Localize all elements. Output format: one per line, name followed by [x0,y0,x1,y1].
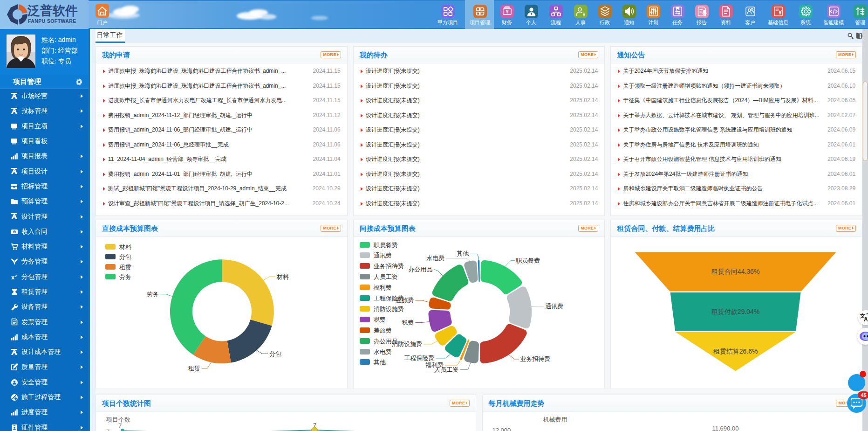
svg-text:水电费: 水电费 [426,254,444,261]
svg-text:租赁付款29.04%: 租赁付款29.04% [711,307,759,315]
svg-text:2: 2 [15,274,17,278]
svg-text:租赁合同44.36%: 租赁合同44.36% [711,268,759,275]
svg-text:¥: ¥ [506,9,508,14]
svg-text:A: A [864,316,868,323]
svg-text:劳务: 劳务 [147,291,159,298]
svg-text:职员餐费: 职员餐费 [515,257,540,264]
svg-text:福利费: 福利费 [425,361,444,368]
svg-text:办公用品: 办公用品 [408,265,432,272]
svg-text:x: x [11,274,15,281]
svg-text:通讯费: 通讯费 [545,302,563,309]
svg-text:租赁: 租赁 [188,365,200,372]
svg-text:业务招待费: 业务招待费 [520,355,550,362]
svg-text:其他: 其他 [457,250,469,257]
svg-text:材料: 材料 [276,273,289,280]
svg-text:分包: 分包 [269,350,281,357]
svg-text:工程保险费: 工程保险费 [404,355,434,361]
svg-text:租赁结算26.6%: 租赁结算26.6% [713,348,758,355]
